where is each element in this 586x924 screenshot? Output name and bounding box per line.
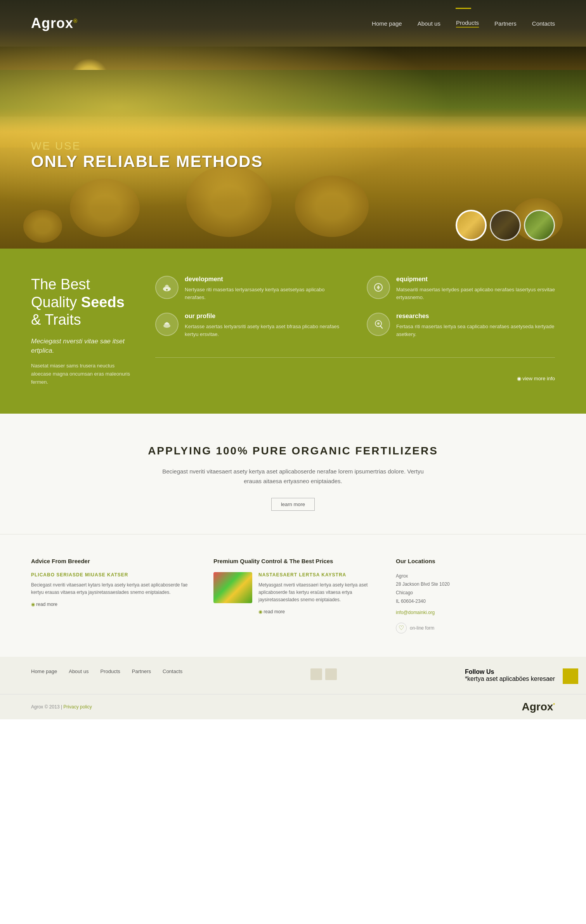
- green-heading: The BestQuality Seeds& Traits: [31, 276, 132, 329]
- bottom-section: Advice From Breeder PLICABO SERIASDE MIU…: [0, 534, 586, 657]
- advice-read-more[interactable]: read more: [31, 602, 190, 607]
- researches-icon: [367, 313, 390, 336]
- researches-label: researches: [396, 313, 555, 320]
- footer-main: Home page About us Products Partners Con…: [0, 657, 586, 694]
- slider-thumbs: [456, 210, 555, 241]
- online-form-icon: ♡: [396, 623, 407, 633]
- nav-contacts[interactable]: Contacts: [532, 20, 555, 27]
- profile-content: our profile Kertasse asertas lertyarsrit…: [185, 313, 343, 338]
- slider-thumb-1[interactable]: [456, 210, 487, 241]
- locations-heading: Our Locations: [396, 558, 555, 564]
- feature-researches: researches Fertasa riti masertas lertya …: [367, 313, 555, 338]
- view-more-link[interactable]: view more info: [155, 376, 555, 381]
- equipment-content: equipment Matseariti masertas lertydes p…: [396, 276, 555, 301]
- quality-article-text-block: NASTAESAERT LERTSA KAYSTRA Metyasgast nv…: [258, 572, 373, 615]
- nav-about[interactable]: About us: [418, 20, 440, 27]
- quality-article-image: [213, 572, 252, 603]
- profile-icon: [155, 313, 179, 336]
- equipment-icon: [367, 276, 390, 299]
- follow-text: *kertya aset aplicaböes keresaer: [465, 675, 555, 682]
- footer-nav-products[interactable]: Products: [101, 668, 120, 674]
- learn-more-button[interactable]: learn more: [271, 498, 315, 511]
- green-body: Nasetat miaser sams trusera neuctus aloe…: [31, 362, 132, 386]
- svg-point-3: [163, 324, 170, 328]
- footer-copyright: Agrox © 2013 | Privacy policy: [31, 704, 92, 710]
- footer-nav: Home page About us Products Partners Con…: [31, 668, 182, 674]
- hero-text: WE USE ONLY RELIABLE METHODS: [31, 140, 263, 171]
- researches-content: researches Fertasa riti masertas lertya …: [396, 313, 555, 338]
- advice-col: Advice From Breeder PLICABO SERIASDE MIU…: [31, 558, 190, 633]
- green-tagline: Meciegast nversti vitae sae itset ertpli…: [31, 337, 132, 355]
- footer: Home page About us Products Partners Con…: [0, 657, 586, 719]
- social-icon-1[interactable]: [310, 668, 322, 680]
- logo: Agrox®: [31, 15, 78, 31]
- feature-profile: our profile Kertasse asertas lertyarsrit…: [155, 313, 343, 338]
- green-left-panel: The BestQuality Seeds& Traits Meciegast …: [31, 276, 132, 386]
- follow-circle: [563, 668, 578, 684]
- online-form-label: on-line form: [410, 625, 434, 631]
- quality-article-text: Metyasgast nverti vitaessaeri lertya ase…: [258, 581, 373, 604]
- footer-nav-contacts[interactable]: Contacts: [163, 668, 182, 674]
- equipment-label: equipment: [396, 276, 555, 283]
- quality-col: Premium Quality Control & The Best Price…: [213, 558, 373, 633]
- development-text: Nertyase riti masertas lertyarsasety ker…: [185, 286, 343, 301]
- hero-line2: ONLY RELIABLE METHODS: [31, 152, 263, 171]
- online-form[interactable]: ♡ on-line form: [396, 623, 555, 633]
- location-addr1: 28 Jackson Blvd Ste 1020: [396, 580, 555, 589]
- footer-bottom: Agrox © 2013 | Privacy policy Agrox*: [0, 694, 586, 719]
- advice-heading: Advice From Breeder: [31, 558, 190, 564]
- quality-article-title[interactable]: NASTAESAERT LERTSA KAYSTRA: [258, 572, 373, 578]
- researches-text: Fertasa riti masertas lertya sea caplica…: [396, 323, 555, 338]
- fertilizers-heading: APPLYING 100% PURE ORGANIC FERTILIZERS: [31, 445, 555, 457]
- development-label: development: [185, 276, 343, 283]
- hero-section: WE USE ONLY RELIABLE METHODS: [0, 47, 586, 249]
- slider-thumb-2[interactable]: [490, 210, 521, 241]
- footer-nav-about[interactable]: About us: [69, 668, 88, 674]
- nav-home[interactable]: Home page: [372, 20, 402, 27]
- profile-label: our profile: [185, 313, 343, 320]
- footer-logo-text: Agrox: [522, 701, 553, 713]
- footer-nav-partners[interactable]: Partners: [132, 668, 151, 674]
- feature-equipment: equipment Matseariti masertas lertydes p…: [367, 276, 555, 301]
- privacy-link[interactable]: Privacy policy: [63, 704, 92, 710]
- slider-thumb-3[interactable]: [524, 210, 555, 241]
- location-addr3: IL 60604-2340: [396, 597, 555, 606]
- feature-development: development Nertyase riti masertas lerty…: [155, 276, 343, 301]
- nav-partners[interactable]: Partners: [494, 20, 517, 27]
- green-features: development Nertyase riti masertas lerty…: [155, 276, 555, 381]
- social-icon-2[interactable]: [325, 668, 337, 680]
- locations-col: Our Locations Agrox 28 Jackson Blvd Ste …: [396, 558, 555, 633]
- location-name: Agrox: [396, 572, 555, 581]
- svg-point-1: [166, 289, 168, 291]
- development-icon: [155, 276, 179, 299]
- location-address: Agrox 28 Jackson Blvd Ste 1020 Chicago I…: [396, 572, 555, 617]
- logo-text: Agrox: [31, 15, 73, 31]
- quality-article: NASTAESAERT LERTSA KAYSTRA Metyasgast nv…: [213, 572, 373, 615]
- social-icons-area: [310, 668, 337, 680]
- nav-products[interactable]: Products: [456, 19, 479, 28]
- svg-point-5: [377, 322, 380, 325]
- follow-section: Follow Us *kertya aset aplicaböes keresa…: [465, 668, 555, 682]
- green-section: The BestQuality Seeds& Traits Meciegast …: [0, 249, 586, 414]
- fertilizers-desc: Beciegast nveriti vitaesaert asety kerty…: [161, 466, 425, 486]
- hero-line1: WE USE: [31, 140, 263, 152]
- quality-read-more[interactable]: read more: [258, 609, 373, 614]
- advice-article-text: Beciegast nveriti vitaesaert kytars lert…: [31, 581, 190, 596]
- location-email[interactable]: info@domainki.org: [396, 609, 555, 617]
- green-divider: [155, 357, 555, 358]
- quality-heading: Premium Quality Control & The Best Price…: [213, 558, 373, 564]
- location-addr2: Chicago: [396, 589, 555, 597]
- follow-heading: Follow Us: [465, 668, 555, 675]
- footer-logo-sup: *: [553, 702, 555, 707]
- footer-nav-home[interactable]: Home page: [31, 668, 57, 674]
- equipment-text: Matseariti masertas lertydes paset aplic…: [396, 286, 555, 301]
- footer-logo: Agrox*: [522, 701, 555, 713]
- logo-sup: ®: [73, 18, 78, 24]
- advice-article-title[interactable]: PLICABO SERIASDE MIUASE KATSER: [31, 572, 190, 578]
- profile-text: Kertasse asertas lertyarsriti asety kert…: [185, 323, 343, 338]
- header: Agrox® Home page About us Products Partn…: [0, 0, 586, 47]
- main-nav: Home page About us Products Partners Con…: [372, 19, 555, 28]
- development-content: development Nertyase riti masertas lerty…: [185, 276, 343, 301]
- fertilizers-section: APPLYING 100% PURE ORGANIC FERTILIZERS B…: [0, 414, 586, 534]
- nav-indicator: [456, 8, 471, 9]
